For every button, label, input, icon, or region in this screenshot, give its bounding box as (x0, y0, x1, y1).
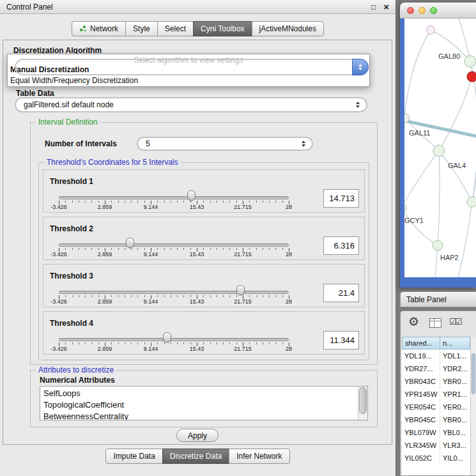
minimize-traffic-light-icon[interactable] (418, 7, 426, 14)
threshold-panel-3: Threshold 3-3.4262.8599.14415.4321.71528… (43, 264, 365, 307)
tab-style[interactable]: Style (125, 21, 158, 36)
table-data-combobox[interactable]: galFiltered.sif default node (15, 97, 367, 112)
list-scrollbar-thumb[interactable] (359, 387, 367, 414)
network-edge[interactable] (404, 208, 438, 245)
network-edge[interactable] (439, 77, 472, 151)
numerical-attributes-label: Numerical Attributes (40, 376, 115, 385)
table-cell[interactable]: YBR0... (440, 413, 470, 426)
threshold-slider-thumb[interactable] (163, 332, 171, 342)
table-row[interactable]: YBL079WYBL0... (402, 426, 476, 439)
network-node-gcy1[interactable] (404, 203, 406, 213)
bottom-tab-impute-data[interactable]: Impute Data (105, 449, 162, 464)
tab-network[interactable]: Network (72, 21, 126, 36)
close-window-icon[interactable]: × (383, 2, 389, 12)
column-header-1[interactable]: shared... (402, 337, 440, 349)
table-cell[interactable]: YDR27... (402, 362, 440, 375)
table-columns-icon[interactable] (429, 318, 441, 328)
list-scrollbar[interactable] (358, 387, 367, 420)
table-row[interactable]: YER054CYER0... (402, 401, 476, 413)
attribute-item[interactable]: SelfLoops (43, 388, 356, 399)
tab-jactivemnodules[interactable]: jActiveMNodules (252, 21, 324, 36)
network-canvas[interactable]: GAL80GAL11GAL4GCY1HAP2 (404, 19, 476, 277)
threshold-slider-thumb[interactable] (236, 285, 245, 295)
threshold-slider-track[interactable] (59, 196, 289, 199)
tab-label: jActiveMNodules (259, 24, 316, 33)
table-cell[interactable]: YDL1... (440, 349, 470, 362)
network-window-titlebar[interactable] (400, 3, 476, 19)
gear-icon[interactable]: ⚙ (408, 316, 419, 328)
tab-select[interactable]: Select (157, 21, 194, 36)
threshold-value-field[interactable]: 6.316 (323, 236, 359, 255)
table-row[interactable]: YIL052CYIL0... (402, 452, 476, 464)
table-row[interactable]: YBR043CYBR0... (402, 375, 476, 388)
network-node-gal80[interactable] (464, 56, 476, 67)
table-cell[interactable]: YBL079W (402, 426, 440, 439)
network-node[interactable] (427, 26, 435, 35)
table-row[interactable]: YLR345WYLR3... (402, 439, 476, 452)
threshold-slider-track[interactable] (59, 291, 289, 294)
network-node-gal4[interactable] (433, 145, 445, 157)
table-cell[interactable]: YDR2... (440, 362, 470, 375)
table-cell[interactable]: YER054C (402, 401, 440, 413)
table-cell[interactable]: YBL0... (440, 426, 470, 439)
table-row[interactable]: YDR27...YDR2... (402, 362, 476, 375)
bottom-tab-infer-network[interactable]: Infer Network (229, 449, 289, 464)
threshold-value-field[interactable]: 21.4 (323, 284, 359, 302)
table-cell[interactable]: YBR043C (402, 375, 440, 388)
threshold-label: Threshold 4 (50, 319, 93, 328)
network-edge[interactable] (439, 151, 472, 202)
table-cell[interactable]: YPR1... (440, 388, 470, 401)
threshold-label: Threshold 1 (50, 177, 93, 186)
table-panel-title: Table Panel (406, 295, 447, 304)
table-cell[interactable]: YDL19... (402, 349, 440, 362)
table-scrollbar[interactable] (470, 337, 476, 475)
table-cell[interactable]: YIL052C (402, 452, 440, 464)
attribute-item[interactable]: TopologicalCoefficient (43, 399, 356, 411)
control-panel-window: Control Panel □ × NetworkStyleSelectCyni… (0, 0, 396, 476)
network-node-hap2[interactable] (433, 240, 443, 250)
number-of-intervals-combobox[interactable]: 5 (137, 137, 313, 151)
combo-dropdown-button[interactable] (352, 59, 369, 75)
close-traffic-light-icon[interactable] (407, 7, 414, 14)
network-edge[interactable] (404, 151, 439, 208)
table-cell[interactable]: YLR345W (402, 439, 440, 452)
bottom-tab-discretize-data[interactable]: Discretize Data (162, 449, 229, 464)
tab-label: Impute Data (113, 452, 155, 461)
zoom-traffic-light-icon[interactable] (430, 7, 437, 14)
table-cell[interactable]: YER0... (440, 401, 470, 413)
column-header-2[interactable]: n... (440, 337, 470, 349)
table-cell[interactable]: YPR145W (402, 388, 440, 401)
threshold-value-field[interactable]: 14.713 (323, 189, 359, 208)
attribute-item[interactable]: BetweennessCentrality (43, 411, 356, 420)
numerical-attributes-list[interactable]: SelfLoopsTopologicalCoefficientBetweenne… (40, 386, 368, 420)
popup-item-equal-width-frequency[interactable]: Equal Width/Frequency Discretization (10, 76, 138, 85)
network-node[interactable] (467, 197, 476, 207)
float-window-icon[interactable]: □ (371, 3, 376, 11)
node-label: GAL11 (409, 129, 430, 137)
tab-cyni-toolbox[interactable]: Cyni Toolbox (193, 21, 252, 36)
slider-scale: -3.4262.8599.14415.4321.71528 (43, 298, 364, 305)
threshold-slider-track[interactable] (59, 243, 289, 247)
threshold-value-field[interactable]: 11.344 (323, 331, 359, 349)
network-edge[interactable] (438, 151, 440, 245)
table-cell[interactable]: YBR045C (402, 413, 440, 426)
threshold-slider-thumb[interactable] (126, 238, 134, 248)
table-cell[interactable]: YIL0... (440, 452, 470, 464)
apply-button[interactable]: Apply (176, 429, 219, 442)
table-cell[interactable]: YBR0... (440, 375, 470, 388)
network-edge[interactable] (458, 202, 472, 277)
number-of-intervals-value: 5 (146, 139, 150, 148)
table-row[interactable]: YDL19...YDL1... (402, 349, 476, 362)
network-node[interactable] (467, 72, 476, 82)
cyni-toolbox-panel: Discretization Algorithm Select algorith… (3, 40, 392, 445)
select-checkboxes-icon[interactable]: ☑☑ (449, 317, 460, 326)
table-row[interactable]: YPR145WYPR1... (402, 388, 476, 401)
table-row[interactable]: YBR045CYBR0... (402, 413, 476, 426)
table-cell[interactable]: YLR3... (440, 439, 470, 452)
network-edge[interactable] (404, 30, 431, 118)
threshold-slider-thumb[interactable] (187, 190, 196, 201)
threshold-slider-track[interactable] (59, 338, 289, 341)
table-scrollbar-thumb[interactable] (472, 353, 475, 394)
tab-label: Style (133, 24, 150, 33)
algorithm-combobox[interactable] (15, 59, 369, 75)
